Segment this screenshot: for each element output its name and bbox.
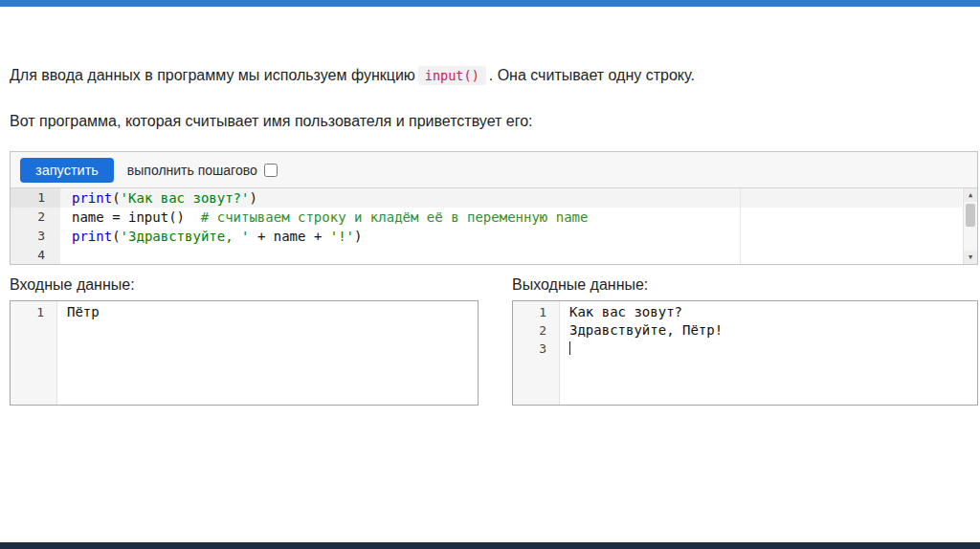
inline-code-input: input() [418,66,486,85]
bottom-accent-bar [0,542,980,549]
code-text: name = input() # считываем строку и клад… [60,208,588,227]
intro-paragraph: Для ввода данных в программу мы использу… [10,65,695,86]
code-line[interactable]: 3print('Здравствуйте, ' + name + '!') [11,227,962,246]
top-accent-bar [0,0,980,7]
line-number: 1 [513,303,559,321]
io-line-text [559,340,570,358]
line-number: 4 [11,246,60,264]
print-margin-line [740,188,741,264]
line-number: 2 [513,321,559,340]
runner-toolbar: запустить выполнить пошагово [11,152,977,188]
scrollbar-up-arrow-icon[interactable]: ▲ [964,188,977,202]
line-number: 1 [11,188,60,208]
code-editor[interactable]: 1print('Как вас зовут?')2name = input() … [11,188,977,264]
code-line[interactable]: 4 [11,246,962,264]
step-mode-checkbox[interactable] [264,164,278,177]
text-cursor [569,341,570,355]
scrollbar-thumb[interactable] [966,204,975,227]
line-number: 3 [11,227,60,246]
scrollbar-down-arrow-icon[interactable]: ▼ [964,251,977,264]
io-line: 2Здравствуйте, Пётр! [513,321,977,340]
io-line-text: Здравствуйте, Пётр! [559,321,723,340]
output-data-label: Выходные данные: [512,276,648,294]
code-text [60,246,72,264]
code-text: print('Здравствуйте, ' + name + '!') [60,227,362,246]
intro-paragraph-2: Вот программа, которая считывает имя пол… [10,111,533,132]
line-number: 3 [513,340,559,358]
input-data-label: Входные данные: [10,276,135,294]
input-data-panel[interactable]: 1Пётр [10,300,479,406]
io-line-text: Пётр [56,303,100,321]
io-line: 1Как вас зовут? [513,303,977,321]
run-button[interactable]: запустить [20,158,114,183]
step-mode-label: выполнить пошагово [127,163,257,178]
output-data-panel: 1Как вас зовут?2Здравствуйте, Пётр!3 [512,300,978,406]
io-line-text: Как вас зовут? [559,303,682,321]
line-number: 1 [11,303,56,321]
io-line[interactable]: 1Пётр [11,303,478,321]
code-editor-lines: 1print('Как вас зовут?')2name = input() … [11,188,962,264]
editor-scrollbar[interactable]: ▲ ▼ [963,188,977,264]
code-line[interactable]: 1print('Как вас зовут?') [11,188,962,208]
intro-text-before: Для ввода данных в программу мы использу… [10,67,415,83]
intro-text-after: . Она считывает одну строку. [489,67,695,83]
line-number: 2 [11,208,60,227]
code-line[interactable]: 2name = input() # считываем строку и кла… [11,208,962,227]
output-data-lines: 1Как вас зовут?2Здравствуйте, Пётр!3 [513,303,977,358]
input-data-lines: 1Пётр [11,303,478,321]
code-text: print('Как вас зовут?') [60,188,257,208]
io-line: 3 [513,340,977,358]
code-runner-widget: запустить выполнить пошагово 1print('Как… [10,151,978,265]
